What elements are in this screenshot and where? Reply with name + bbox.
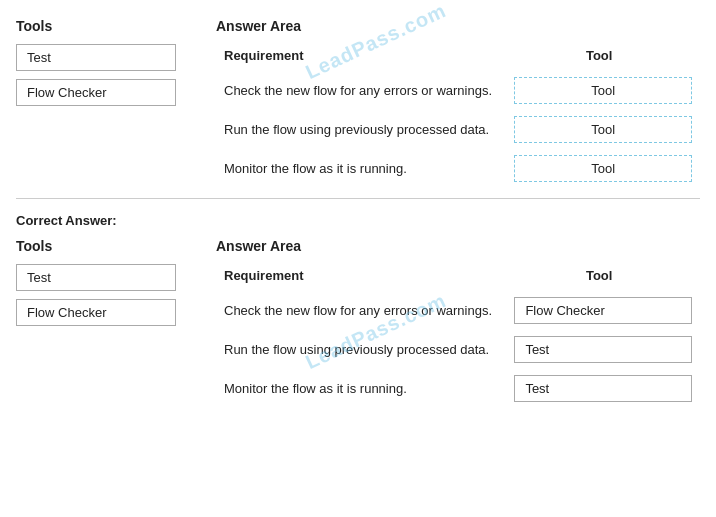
table-row: Check the new flow for any errors or war… (216, 291, 700, 330)
tool-answer-2-2: Test (506, 330, 700, 369)
tool-box-2-1: Flow Checker (514, 297, 692, 324)
requirement-1-3: Monitor the flow as it is running. (216, 149, 506, 188)
requirement-1-1: Check the new flow for any errors or war… (216, 71, 506, 110)
tool-answer-1-3[interactable]: Tool (506, 149, 700, 188)
tool-answer-2-1: Flow Checker (506, 291, 700, 330)
table-row: Monitor the flow as it is running. Test (216, 369, 700, 408)
tools-panel-1: Tools Test Flow Checker (16, 18, 216, 188)
requirement-2-2: Run the flow using previously processed … (216, 330, 506, 369)
tools-title-2: Tools (16, 238, 200, 254)
answer-area-2: Answer Area Requirement Tool Check the n… (216, 238, 700, 408)
answer-section: Tools Test Flow Checker Answer Area Requ… (16, 238, 700, 408)
tool-box-1-2[interactable]: Tool (514, 116, 692, 143)
req-header-1: Requirement (216, 44, 506, 71)
answer-table-1: Requirement Tool Check the new flow for … (216, 44, 700, 188)
requirement-2-3: Monitor the flow as it is running. (216, 369, 506, 408)
tool-header-2: Tool (506, 264, 700, 291)
tool-box-1-1[interactable]: Tool (514, 77, 692, 104)
requirement-1-2: Run the flow using previously processed … (216, 110, 506, 149)
table-row: Check the new flow for any errors or war… (216, 71, 700, 110)
req-header-2: Requirement (216, 264, 506, 291)
tool-answer-1-1[interactable]: Tool (506, 71, 700, 110)
tool-answer-1-2[interactable]: Tool (506, 110, 700, 149)
table-row: Run the flow using previously processed … (216, 330, 700, 369)
question-section: Tools Test Flow Checker Answer Area Requ… (16, 18, 700, 188)
answer-table-2: Requirement Tool Check the new flow for … (216, 264, 700, 408)
answer-area-title-1: Answer Area (216, 18, 700, 34)
answer-area-1: Answer Area Requirement Tool Check the n… (216, 18, 700, 188)
tool-item-test-2[interactable]: Test (16, 264, 176, 291)
requirement-2-1: Check the new flow for any errors or war… (216, 291, 506, 330)
tool-box-2-3: Test (514, 375, 692, 402)
section-divider (16, 198, 700, 199)
correct-answer-label: Correct Answer: (16, 213, 700, 228)
tool-item-flowchecker-1[interactable]: Flow Checker (16, 79, 176, 106)
tool-header-1: Tool (506, 44, 700, 71)
tools-title-1: Tools (16, 18, 200, 34)
tool-item-test-1[interactable]: Test (16, 44, 176, 71)
tool-item-flowchecker-2[interactable]: Flow Checker (16, 299, 176, 326)
table-row: Run the flow using previously processed … (216, 110, 700, 149)
tools-panel-2: Tools Test Flow Checker (16, 238, 216, 408)
tool-box-2-2: Test (514, 336, 692, 363)
tool-answer-2-3: Test (506, 369, 700, 408)
table-row: Monitor the flow as it is running. Tool (216, 149, 700, 188)
tool-box-1-3[interactable]: Tool (514, 155, 692, 182)
answer-area-title-2: Answer Area (216, 238, 700, 254)
